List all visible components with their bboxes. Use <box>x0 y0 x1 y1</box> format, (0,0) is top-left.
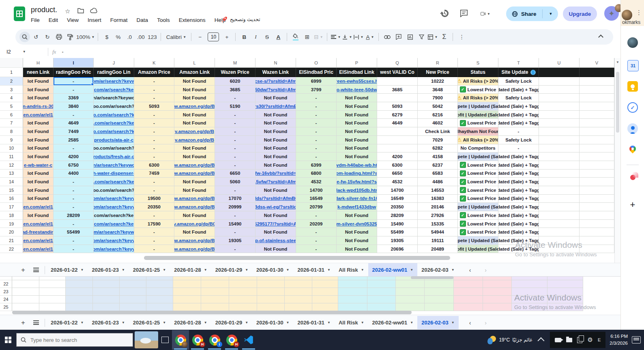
cell-U8[interactable] <box>539 127 580 136</box>
cell-J21[interactable]: om/ar/search?keyv <box>94 236 134 245</box>
cell-L2[interactable]: Not Found <box>174 77 215 86</box>
cell-V22[interactable] <box>580 245 614 253</box>
column-header-L[interactable]: L <box>174 58 215 68</box>
cell-I22[interactable]: - <box>54 245 94 253</box>
column-header-N[interactable]: N <box>255 58 296 68</box>
cell-P20[interactable]: Not Found <box>337 228 377 236</box>
cell-H16[interactable]: lot Found <box>23 195 54 203</box>
cell[interactable] <box>201 277 229 280</box>
cell-V19[interactable] <box>580 220 614 228</box>
cell-Q16[interactable]: 16549 <box>377 195 418 203</box>
cell[interactable] <box>257 277 285 280</box>
tab-menu-icon[interactable]: ▼ <box>451 321 455 324</box>
column-header-Q[interactable]: Q <box>377 58 418 68</box>
cell-U2[interactable] <box>539 77 580 86</box>
cell-S2[interactable]: ⚠All Risks (> 20% <box>458 77 498 86</box>
all-sheets-icon[interactable] <box>33 320 39 326</box>
share-button[interactable]: Share ▼ <box>506 6 558 21</box>
cell-U16[interactable] <box>539 195 580 203</box>
cell-U6[interactable] <box>539 111 580 119</box>
cell-T11[interactable]: dated (Sale) + Tagg <box>498 152 539 161</box>
cell-I9[interactable]: 2585 <box>54 136 94 144</box>
cell-M7[interactable]: - <box>215 119 255 127</box>
sheet-tab-2026-01-25[interactable]: 2026-01-25▼ <box>129 316 170 329</box>
redo-icon[interactable]: ↻ <box>42 32 53 42</box>
cell[interactable] <box>547 296 583 303</box>
cell-O9[interactable]: - <box>296 136 337 144</box>
cell-M14[interactable]: 5060 <box>215 178 255 186</box>
cell-U15[interactable] <box>539 186 580 195</box>
cell[interactable] <box>120 296 146 303</box>
cell-V18[interactable] <box>580 211 614 220</box>
cell[interactable] <box>338 303 367 311</box>
cell-V2[interactable] <box>580 77 614 86</box>
cell-M15[interactable]: - <box>215 186 255 195</box>
cell[interactable] <box>396 280 425 288</box>
cell[interactable] <box>483 280 512 288</box>
text-color-icon[interactable]: A <box>273 32 283 42</box>
cell-N15[interactable]: Not Found <box>255 186 296 195</box>
cell[interactable] <box>173 303 201 311</box>
name-box[interactable]: I2 ▼ <box>0 49 44 55</box>
cell-O21[interactable]: - <box>296 236 337 245</box>
cell-L21[interactable]: w.amazon.eg/dp/B <box>174 236 215 245</box>
cell-L16[interactable]: w.amazon.eg/dp/B <box>174 195 215 203</box>
cell-T2[interactable]: Safety Lock <box>498 77 539 86</box>
cell-I18[interactable]: 28209 <box>54 211 94 220</box>
cell-R12[interactable]: 6237 <box>418 161 458 170</box>
cell-O7[interactable]: - <box>296 119 337 127</box>
cell[interactable] <box>312 296 338 303</box>
cell-K7[interactable]: - <box>134 119 174 127</box>
cell-R20[interactable]: 54944 <box>418 228 458 236</box>
cell-J5[interactable]: oo.com/ar/search? <box>94 102 134 111</box>
cell-L4[interactable]: Not Found <box>174 94 215 102</box>
cell-O22[interactable]: - <box>296 245 337 253</box>
zoom-select[interactable]: 100%▼ <box>76 32 94 42</box>
cell-R7[interactable]: 4602 <box>418 119 458 127</box>
cell-J2[interactable]: om/ar/search?keyw <box>94 77 134 86</box>
fill-color-icon[interactable] <box>290 32 301 42</box>
cell-Q20[interactable]: 55499 <box>377 228 418 236</box>
cell-O3[interactable]: 3799 <box>296 86 337 94</box>
search-input[interactable] <box>30 337 120 344</box>
cell-Q15[interactable]: 14700 <box>377 186 418 195</box>
row-header-14[interactable]: 14 <box>0 178 23 186</box>
cell-H12[interactable]: e-wb-water-c <box>23 161 54 170</box>
cell-R11[interactable]: 4158 <box>418 152 458 161</box>
cell[interactable] <box>338 277 367 280</box>
sheets-logo-icon[interactable] <box>14 6 25 21</box>
cell-P7[interactable]: Not Found <box>337 119 377 127</box>
cell-I7[interactable]: 4649 <box>54 119 94 127</box>
cell-T15[interactable]: dated (Sale) + Tagg <box>498 186 539 195</box>
cell-M13[interactable]: 6650 <box>215 170 255 178</box>
cell-S13[interactable]: ✓Lowest Price <box>458 170 498 178</box>
cell-S8[interactable]: lhaytham Not Four <box>458 127 498 136</box>
cell-Q8[interactable] <box>377 127 418 136</box>
cell-M17[interactable]: 20999 <box>215 203 255 211</box>
cell[interactable] <box>66 288 93 296</box>
cell-O15[interactable]: 14700 <box>296 186 337 195</box>
scroll-right-icon[interactable]: › <box>485 267 487 273</box>
strikethrough-icon[interactable]: S <box>262 32 272 42</box>
row-header-2[interactable]: 2 <box>0 77 23 86</box>
cell-V20[interactable] <box>580 228 614 236</box>
cell[interactable] <box>39 288 66 296</box>
namebox-dropdown-icon[interactable]: ▼ <box>23 50 26 54</box>
cell-U11[interactable] <box>539 152 580 161</box>
weather-status[interactable]: 19°C غائم جزئيًا <box>487 335 532 345</box>
cell-N7[interactable]: Not Found <box>255 119 296 127</box>
cell[interactable] <box>257 288 285 296</box>
cell[interactable] <box>66 296 93 303</box>
cell-H6[interactable]: en.com/ar/el1 <box>23 111 54 119</box>
cell-K13[interactable]: 7459 <box>134 170 174 178</box>
cell-L5[interactable]: w.amazon.eg/dp/B <box>174 102 215 111</box>
column-header-S[interactable]: S <box>458 58 498 68</box>
cell[interactable] <box>257 296 285 303</box>
chevron-down-icon[interactable]: ▼ <box>616 60 619 64</box>
addon-menu[interactable]: تحديث وتصحيح <box>221 16 260 23</box>
cell-R13[interactable]: 6583 <box>418 170 458 178</box>
column-header-H[interactable]: H <box>23 58 54 68</box>
column-header-R[interactable]: R <box>418 58 458 68</box>
cell[interactable] <box>512 280 547 288</box>
cell-T3[interactable]: dated (Sale) + Tagg <box>498 86 539 94</box>
